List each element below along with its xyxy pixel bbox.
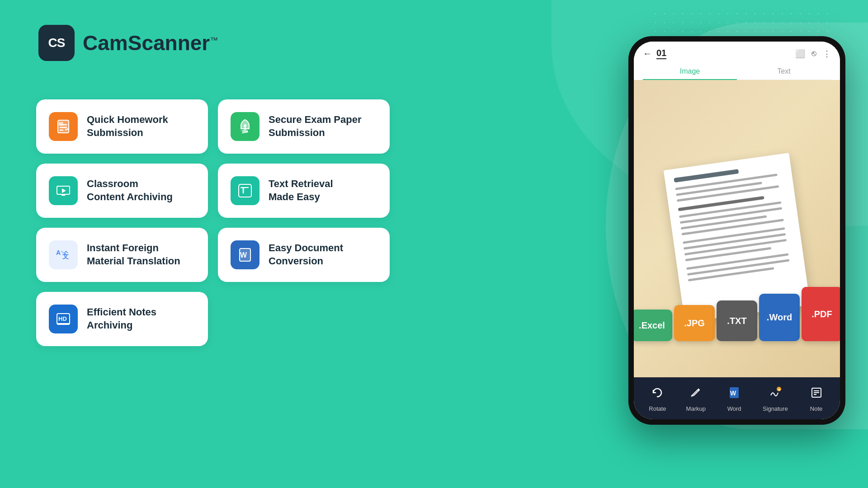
doc-conversion-label: Easy DocumentConversion bbox=[269, 242, 343, 267]
doc-title: 01 bbox=[656, 48, 666, 59]
markup-label: Markup bbox=[686, 405, 706, 412]
rotate-label: Rotate bbox=[649, 405, 666, 412]
badge-jpg: .JPG bbox=[674, 305, 715, 341]
share-icon[interactable]: ⎋ bbox=[811, 49, 816, 59]
rotate-icon bbox=[647, 383, 667, 403]
feature-card-doc-conversion[interactable]: W Easy DocumentConversion bbox=[218, 228, 390, 282]
feature-card-notes[interactable]: HD Efficient NotesArchiving bbox=[36, 292, 208, 346]
toolbar-markup[interactable]: Markup bbox=[686, 383, 706, 412]
feature-card-secure-exam[interactable]: Secure Exam PaperSubmission bbox=[218, 99, 390, 154]
svg-point-9 bbox=[244, 124, 246, 127]
phone-screen: ← 01 ⬜ ⎋ ⋮ Image Text bbox=[634, 42, 840, 419]
word-icon: W bbox=[724, 383, 744, 403]
signature-icon: ★ bbox=[765, 383, 785, 403]
svg-text:T: T bbox=[241, 185, 246, 195]
text-retrieval-icon: T bbox=[231, 176, 259, 205]
logo-text: CamScanner™ bbox=[83, 31, 218, 55]
phone-topbar: ← 01 ⬜ ⎋ ⋮ Image Text bbox=[634, 42, 840, 80]
phone-tabs: Image Text bbox=[643, 64, 831, 80]
quick-homework-icon bbox=[49, 112, 78, 141]
svg-text:W: W bbox=[730, 389, 736, 397]
back-arrow-icon[interactable]: ← bbox=[643, 48, 652, 59]
feature-card-classroom[interactable]: ClassroomContent Archiving bbox=[36, 164, 208, 218]
logo-icon: CS bbox=[38, 25, 75, 61]
format-badges: .Excel .JPG .TXT .Word .PDF bbox=[634, 287, 840, 341]
translation-icon: A 文 bbox=[49, 240, 78, 269]
badge-excel: .Excel bbox=[634, 310, 672, 341]
phone-area: ← 01 ⬜ ⎋ ⋮ Image Text bbox=[619, 36, 854, 452]
phone-toolbar: Rotate Markup W bbox=[634, 377, 840, 419]
svg-rect-5 bbox=[59, 122, 63, 126]
doc-conversion-icon: W bbox=[231, 240, 259, 269]
translation-label: Instant ForeignMaterial Translation bbox=[87, 242, 180, 267]
features-grid: Quick HomeworkSubmission Secure Exam Pap… bbox=[36, 99, 390, 346]
secure-exam-icon bbox=[231, 112, 259, 141]
toolbar-rotate[interactable]: Rotate bbox=[647, 383, 667, 412]
signature-label: Signature bbox=[763, 405, 788, 412]
toolbar-note[interactable]: Note bbox=[807, 383, 826, 412]
svg-text:HD: HD bbox=[58, 315, 67, 322]
svg-text:A: A bbox=[56, 249, 61, 256]
svg-text:W: W bbox=[240, 251, 247, 259]
toolbar-signature[interactable]: ★ Signature bbox=[763, 383, 788, 412]
svg-text:文: 文 bbox=[62, 253, 69, 260]
tab-text[interactable]: Text bbox=[737, 64, 831, 80]
phone-nav-icons: ⬜ ⎋ ⋮ bbox=[795, 49, 831, 59]
note-label: Note bbox=[810, 405, 822, 412]
crop-icon[interactable]: ⬜ bbox=[795, 49, 805, 59]
svg-marker-11 bbox=[62, 188, 66, 193]
feature-card-quick-homework[interactable]: Quick HomeworkSubmission bbox=[36, 99, 208, 154]
markup-icon bbox=[686, 383, 706, 403]
badge-txt: .TXT bbox=[717, 300, 757, 341]
logo-area: CS CamScanner™ bbox=[38, 25, 218, 61]
quick-homework-label: Quick HomeworkSubmission bbox=[87, 113, 168, 139]
phone-frame: ← 01 ⬜ ⎋ ⋮ Image Text bbox=[628, 36, 845, 425]
classroom-icon bbox=[49, 176, 78, 205]
toolbar-word[interactable]: W Word bbox=[724, 383, 744, 412]
text-retrieval-label: Text RetrievalMade Easy bbox=[269, 178, 333, 203]
tab-image[interactable]: Image bbox=[643, 64, 737, 80]
badge-pdf: .PDF bbox=[802, 287, 840, 341]
phone-nav-left: ← 01 bbox=[643, 48, 666, 59]
classroom-label: ClassroomContent Archiving bbox=[87, 178, 173, 203]
notes-label: Efficient NotesArchiving bbox=[87, 306, 156, 332]
badge-word: .Word bbox=[759, 294, 800, 341]
secure-exam-label: Secure Exam PaperSubmission bbox=[269, 113, 361, 139]
feature-card-translation[interactable]: A 文 Instant ForeignMaterial Translation bbox=[36, 228, 208, 282]
feature-card-text-retrieval[interactable]: T Text RetrievalMade Easy bbox=[218, 164, 390, 218]
word-toolbar-label: Word bbox=[727, 405, 741, 412]
notes-icon: HD bbox=[49, 305, 78, 333]
svg-text:★: ★ bbox=[778, 388, 781, 392]
phone-content: .Excel .JPG .TXT .Word .PDF bbox=[634, 80, 840, 377]
more-icon[interactable]: ⋮ bbox=[823, 49, 831, 59]
note-icon bbox=[807, 383, 826, 403]
phone-nav: ← 01 ⬜ ⎋ ⋮ bbox=[643, 48, 831, 59]
